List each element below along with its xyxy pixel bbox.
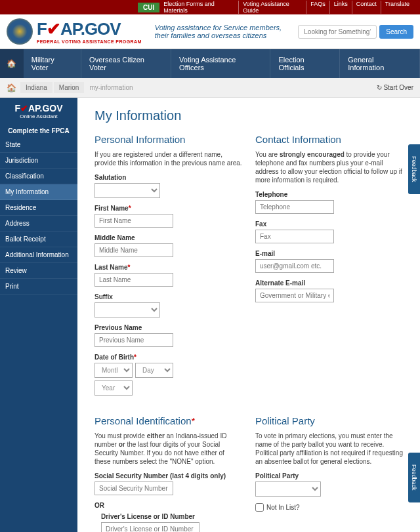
ident-section: Personal Identification* You must provid… xyxy=(94,415,242,532)
nav-vao[interactable]: Voting Assistance Officers xyxy=(171,49,270,78)
sidebar-item-ballot[interactable]: Ballot Receipt xyxy=(0,232,77,247)
sidebar-item-address[interactable]: Address xyxy=(0,216,77,232)
suffix-label: Suffix xyxy=(94,293,242,300)
first-label: First Name* xyxy=(94,205,242,212)
party-heading: Political Party xyxy=(255,415,403,426)
salutation-select[interactable] xyxy=(94,183,160,198)
top-link-faqs[interactable]: FAQs xyxy=(306,1,330,14)
contact-heading: Contact Information xyxy=(255,134,403,145)
contact-section: Contact Information You are strongly enc… xyxy=(255,134,403,402)
notlist-label: Not In List? xyxy=(266,504,300,511)
or-text: OR xyxy=(94,502,242,509)
ssn-input[interactable] xyxy=(94,481,173,495)
last-label: Last Name* xyxy=(94,264,242,271)
dl-input[interactable] xyxy=(101,522,200,532)
fax-input[interactable] xyxy=(255,230,334,243)
sidebar-item-jurisdiction[interactable]: Jurisdiction xyxy=(0,153,77,169)
tel-label: Telephone xyxy=(255,191,403,198)
sidebar-item-print[interactable]: Print xyxy=(0,279,77,295)
tagline-1: Voting assistance for Service members, xyxy=(155,24,282,31)
salutation-label: Salutation xyxy=(94,174,242,181)
sidebar: F✔AP.GOV Online Assistant Complete the F… xyxy=(0,98,77,532)
nav-general[interactable]: General Information xyxy=(340,49,420,78)
sidebar-title: Complete the FPCA xyxy=(0,125,77,137)
notlist-checkbox[interactable] xyxy=(255,503,264,512)
personal-heading: Personal Information xyxy=(94,134,242,145)
search-button[interactable]: Search xyxy=(379,25,413,39)
sidebar-item-residence[interactable]: Residence xyxy=(0,200,77,216)
sidebar-item-myinfo[interactable]: My Information xyxy=(0,184,77,200)
check-icon: ✔ xyxy=(47,19,60,39)
first-input[interactable] xyxy=(94,214,173,228)
top-link-contact[interactable]: Contact xyxy=(352,1,381,14)
breadcrumb-state[interactable]: Indiana xyxy=(20,82,52,93)
prev-input[interactable] xyxy=(94,333,173,347)
dod-seal-icon xyxy=(7,18,33,45)
prev-label: Previous Name xyxy=(94,324,242,331)
sidebar-logo: F✔AP.GOV Online Assistant xyxy=(0,98,77,125)
party-label: Political Party xyxy=(255,472,403,480)
breadcrumb-county[interactable]: Marion xyxy=(54,82,85,93)
ident-help: You must provide either an Indiana-issue… xyxy=(94,432,242,466)
nav-military[interactable]: Military Voter xyxy=(24,49,81,78)
sidebar-item-review[interactable]: Review xyxy=(0,263,77,279)
breadcrumb-home-icon[interactable]: 🏠 xyxy=(7,83,16,92)
breadcrumb-bar: 🏠 Indiana Marion my-information ↻ Start … xyxy=(0,78,420,98)
fvap-logo: F✔AP.GOV xyxy=(37,19,142,39)
email-label: E-mail xyxy=(255,250,403,257)
dob-label: Date of Birth* xyxy=(94,354,242,361)
dob-day-select[interactable]: Day xyxy=(135,363,173,378)
personal-help: If you are registered under a different … xyxy=(94,150,242,167)
sidebar-item-classification[interactable]: Classification xyxy=(0,169,77,184)
alt-label: Alternate E-mail xyxy=(255,279,403,287)
header: F✔AP.GOV FEDERAL VOTING ASSISTANCE PROGR… xyxy=(0,14,420,49)
party-help: To vote in primary elections, you must e… xyxy=(255,432,403,466)
middle-input[interactable] xyxy=(94,243,173,257)
breadcrumb-current: my-information xyxy=(89,84,133,91)
tel-input[interactable] xyxy=(255,200,334,214)
top-link-translate[interactable]: Translate xyxy=(381,1,413,14)
start-over-button[interactable]: ↻ Start Over xyxy=(377,84,413,91)
suffix-select[interactable] xyxy=(94,302,160,317)
logo-area[interactable]: F✔AP.GOV FEDERAL VOTING ASSISTANCE PROGR… xyxy=(7,18,142,45)
email-input[interactable] xyxy=(255,259,334,273)
search-area: Search xyxy=(298,25,413,39)
top-bar: CUI Election Forms and Materials Voting … xyxy=(0,0,420,14)
nav-officials[interactable]: Election Officials xyxy=(270,49,340,78)
top-link-guide[interactable]: Voting Assistance Guide xyxy=(239,1,306,14)
top-link-links[interactable]: Links xyxy=(330,1,352,14)
feedback-tab-2[interactable]: Feedback xyxy=(408,453,420,502)
sidebar-nav: State Jurisdiction Classification My Inf… xyxy=(0,137,77,295)
contact-help: You are strongly encouraged to provide y… xyxy=(255,150,403,184)
page-title: My Information xyxy=(94,108,403,123)
alt-input[interactable] xyxy=(255,289,334,302)
cui-badge: CUI xyxy=(138,3,159,12)
dl-label: Driver's License or ID Number xyxy=(101,513,242,520)
party-section: Political Party To vote in primary elect… xyxy=(255,415,403,532)
top-link-forms[interactable]: Election Forms and Materials xyxy=(159,1,239,14)
home-icon[interactable]: 🏠 xyxy=(0,49,24,78)
ident-heading: Personal Identification* xyxy=(94,415,242,426)
feedback-tab[interactable]: Feedback xyxy=(408,144,420,194)
ssn-label: Social Security Number (last 4 digits on… xyxy=(94,472,242,480)
dob-month-select[interactable]: Month xyxy=(94,363,133,378)
personal-section: Personal Information If you are register… xyxy=(94,134,242,402)
fax-label: Fax xyxy=(255,220,403,228)
main-content: My Information Personal Information If y… xyxy=(77,98,420,532)
nav-overseas[interactable]: Overseas Citizen Voter xyxy=(81,49,171,78)
tagline-red: FEDERAL VOTING ASSISTANCE PROGRAM xyxy=(37,39,142,44)
top-links: Election Forms and Materials Voting Assi… xyxy=(159,1,413,14)
party-select[interactable] xyxy=(255,481,321,497)
tagline-2: their families and overseas citizens xyxy=(155,31,282,39)
sidebar-item-additional[interactable]: Additional Information xyxy=(0,247,77,263)
main-nav: 🏠 Military Voter Overseas Citizen Voter … xyxy=(0,49,420,78)
sidebar-item-state[interactable]: State xyxy=(0,137,77,153)
search-input[interactable] xyxy=(298,25,377,39)
dob-year-select[interactable]: Year xyxy=(94,380,133,396)
last-input[interactable] xyxy=(94,273,173,287)
middle-label: Middle Name xyxy=(94,234,242,241)
